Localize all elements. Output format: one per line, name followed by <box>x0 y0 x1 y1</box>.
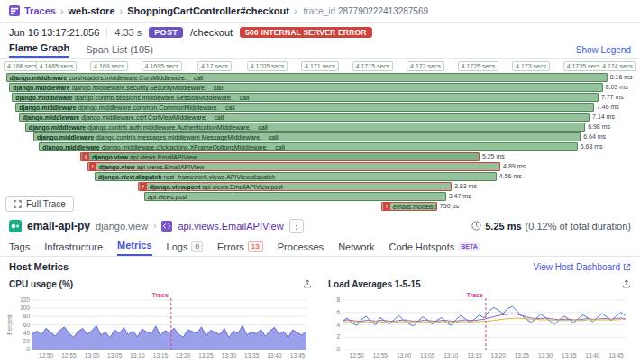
span-duration-label: 4.56 ms <box>499 173 522 179</box>
flame-span-row: django.view.dispatch rest_framework.view… <box>4 172 636 182</box>
flame-span-label: emails.models.save <box>390 203 437 211</box>
service-name[interactable]: email-api-py <box>27 220 90 232</box>
export-icon[interactable] <box>622 279 631 288</box>
tab-label: Tags <box>9 241 30 252</box>
divider <box>106 27 107 38</box>
trace-info-bar: Jun 16 13:17:21.856 4.33 s POST /checkou… <box>0 23 640 41</box>
flame-span-row: django.middleware django.contrib.auth.mi… <box>4 123 636 132</box>
flame-span-row: django.middleware django.contrib.message… <box>4 132 636 142</box>
tab-label: Code Hotspots <box>389 241 454 252</box>
cpu-usage-plot[interactable]: 02040608010012012:5012:5513:0013:0513:10… <box>5 291 312 359</box>
breadcrumb-service[interactable]: web-store <box>69 5 115 16</box>
trace-total-duration: 4.33 s <box>114 27 142 38</box>
flame-span-label: django.middleware django.middleware.csrf… <box>20 114 231 122</box>
http-method-badge: POST <box>149 27 183 38</box>
breadcrumb-resource: ShoppingCartController#checkout <box>127 5 289 16</box>
span-duration-label: 6.63 ms <box>581 143 603 150</box>
flame-span-label: django.middleware django.middleware.comm… <box>16 104 242 112</box>
svg-text:13:30: 13:30 <box>538 352 553 359</box>
http-path: /checkout <box>190 27 233 38</box>
span-detail-header: email-api-py django.view › api.views.Ema… <box>0 214 640 237</box>
span-duration-label: 6.64 ms <box>583 133 606 140</box>
flame-span-bar[interactable]: django.middleware django.middleware.secu… <box>9 83 602 92</box>
svg-text:13:20: 13:20 <box>176 352 191 359</box>
span-duration-value: 5.25 ms <box>485 221 521 232</box>
tab-logs[interactable]: Logs0 <box>167 241 203 256</box>
flame-span-row: !django.view api.views.EmailAPIView5.25 … <box>4 152 636 162</box>
flame-span-bar[interactable]: django.middleware django.middleware.csrf… <box>19 113 590 122</box>
flame-span-bar[interactable]: django.middleware django.contrib.message… <box>33 132 581 141</box>
flame-span-bar[interactable]: !emails.models.save <box>381 202 437 211</box>
flame-span-bar[interactable]: django.view.dispatch rest_framework.view… <box>95 172 497 181</box>
svg-text:13:05: 13:05 <box>420 352 435 359</box>
trace-id-label: trace_id <box>304 6 336 16</box>
svg-text:13:25: 13:25 <box>515 352 530 359</box>
resource-name[interactable]: api.views.EmailAPIView <box>178 221 283 232</box>
tab-processes[interactable]: Processes <box>278 241 324 256</box>
apm-trace-page: Traces › web-store › ShoppingCartControl… <box>0 0 640 359</box>
flame-span-label: django.middleware django.contrib.session… <box>13 94 256 102</box>
flame-span-row: !emails.models.save750 μs <box>4 202 636 212</box>
span-duration-label: 750 μs <box>440 203 459 209</box>
tab-label: Logs <box>167 241 188 252</box>
flame-span-label: django.middleware django.contrib.message… <box>34 133 285 141</box>
flame-span-row: django.middleware django.middleware.secu… <box>4 83 636 93</box>
tab-errors[interactable]: Errors13 <box>217 241 263 256</box>
show-legend-link[interactable]: Show Legend <box>576 45 631 58</box>
full-trace-button[interactable]: Full Trace <box>5 196 74 212</box>
svg-text:13:10: 13:10 <box>130 352 145 359</box>
load-averages-plot[interactable]: 0246812:5012:5513:0013:0513:1013:1513:20… <box>325 291 631 359</box>
flame-span-label: django.middleware django.contrib.auth.mi… <box>26 123 275 132</box>
flame-span-bar[interactable]: !django.view api.views.EmailAPIView <box>80 152 480 161</box>
svg-text:13:00: 13:00 <box>85 352 100 359</box>
flame-graph: 4.168 secs4.1685 secs4.169 secs4.1695 se… <box>0 59 640 214</box>
flame-span-bar[interactable]: django.middleware django.middleware.clic… <box>39 142 577 151</box>
flame-span-label: django.middleware corsheaders.middleware… <box>7 74 210 82</box>
error-badge-icon: ! <box>383 203 390 210</box>
span-duration-label: 7.77 ms <box>601 94 624 100</box>
time-axis-tick: 4.1725 secs <box>458 61 499 71</box>
flame-span-bar[interactable]: django.middleware django.contrib.auth.mi… <box>25 123 585 132</box>
svg-text:120: 120 <box>20 296 30 303</box>
svg-text:12:55: 12:55 <box>61 352 77 359</box>
flame-span-bar[interactable]: !django.view api.views.EmailAPIView <box>87 162 500 171</box>
breadcrumb: Traces › web-store › ShoppingCartControl… <box>0 0 640 23</box>
tab-infrastructure[interactable]: Infrastructure <box>44 241 103 256</box>
tab-network[interactable]: Network <box>338 241 374 256</box>
flame-span-bar[interactable]: !django.view.post api.views.EmailAPIView… <box>138 182 452 191</box>
tab-code-hotspots[interactable]: Code HotspotsBETA <box>389 241 480 256</box>
svg-text:Trace: Trace <box>467 292 483 298</box>
load-chart-title: Load Averages 1-5-15 <box>328 279 421 289</box>
tab-span-list[interactable]: Span List (105) <box>86 44 153 58</box>
flame-span-bar[interactable]: django.middleware django.contrib.session… <box>12 93 599 102</box>
host-metrics-header: Host Metrics View Host Dashboard <box>0 257 640 277</box>
breadcrumb-traces[interactable]: Traces <box>24 5 56 16</box>
export-icon[interactable] <box>303 279 312 288</box>
flame-span-label: django.view.post api.views.EmailAPIView.… <box>147 183 283 191</box>
span-duration-label: 7.46 ms <box>597 104 619 110</box>
svg-text:13:40: 13:40 <box>585 352 600 359</box>
breadcrumb-separator: › <box>60 5 64 16</box>
trace-id: trace_id 287790222413287569 <box>304 6 428 16</box>
svg-text:13:00: 13:00 <box>397 352 412 359</box>
detail-tabs: TagsInfrastructureMetricsLogs0Errors13Pr… <box>0 237 640 257</box>
tab-flame-graph[interactable]: Flame Graph <box>9 42 69 58</box>
kebab-menu-button[interactable]: ⋮ <box>289 219 304 233</box>
error-badge-icon: ! <box>89 163 96 170</box>
tab-tags[interactable]: Tags <box>9 241 30 256</box>
flame-span-bar[interactable]: api.views.post <box>144 192 446 201</box>
svg-text:13:15: 13:15 <box>153 352 169 359</box>
tab-metrics[interactable]: Metrics <box>117 240 152 256</box>
flame-span-bar[interactable]: django.middleware corsheaders.middleware… <box>6 73 608 82</box>
flame-span-row: django.middleware corsheaders.middleware… <box>4 73 636 83</box>
svg-text:13:35: 13:35 <box>244 352 260 359</box>
svg-text:20: 20 <box>23 338 31 344</box>
tab-label: Processes <box>278 241 324 252</box>
time-axis-tick: 4.171 secs <box>301 61 339 71</box>
flame-span-row: !django.view.post api.views.EmailAPIView… <box>4 182 636 192</box>
view-host-dashboard-link[interactable]: View Host Dashboard <box>533 262 631 272</box>
flame-span-bar[interactable]: django.middleware django.middleware.comm… <box>15 103 594 112</box>
flame-span-label: django.middleware django.middleware.clic… <box>40 143 291 151</box>
resource-icon <box>161 221 172 232</box>
flame-span-label: django.view api.views.EmailAPIView <box>96 163 205 171</box>
